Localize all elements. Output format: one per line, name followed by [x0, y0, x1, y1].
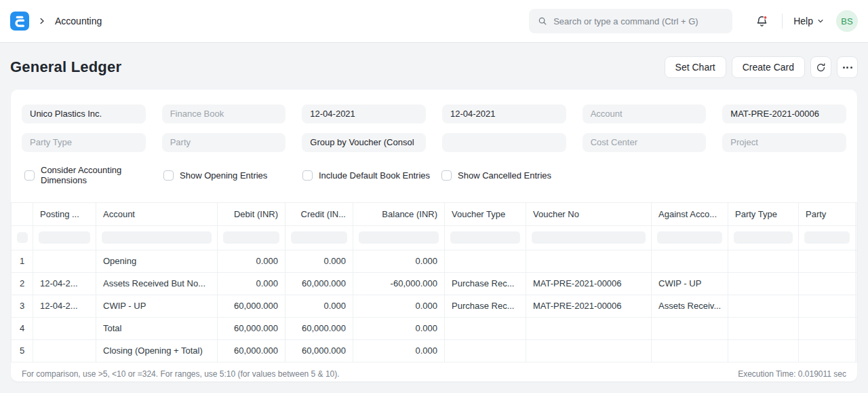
column-header-debit[interactable]: Debit (INR) — [218, 202, 285, 225]
column-filter-cell-voucher_type — [445, 225, 526, 250]
checkbox-show-opening-entries[interactable]: Show Opening Entries — [161, 165, 300, 186]
cell-idx[interactable]: 1 — [12, 250, 33, 272]
column-filter-input-voucher_type[interactable] — [450, 231, 520, 244]
cell-account: Opening — [96, 250, 218, 272]
filter-finance-book[interactable]: Finance Book — [162, 105, 286, 124]
column-filter-cell-voucher_no — [526, 225, 652, 250]
checkbox-include-default-book-entries[interactable]: Include Default Book Entries — [300, 165, 439, 186]
help-label: Help — [793, 16, 813, 26]
checkbox-label: Show Cancelled Entries — [458, 170, 551, 181]
column-header-against_account[interactable]: Against Acco... — [652, 202, 728, 225]
filter-to-date[interactable]: 12-04-2021 — [442, 105, 566, 124]
cell-party_type — [728, 339, 799, 362]
cell-debit: 60,000.000 — [218, 317, 285, 339]
report-footer: For comparison, use >5, <10 or =324. For… — [11, 362, 857, 381]
checkbox-consider-accounting-dimensions[interactable]: Consider Accounting Dimensions — [22, 165, 161, 186]
notification-dot — [764, 16, 767, 19]
select-all-box[interactable] — [17, 232, 28, 243]
checkbox-box[interactable] — [441, 170, 452, 181]
filter-group-by[interactable]: Group by Voucher (Consol — [302, 133, 426, 152]
cell-voucher_type — [445, 339, 526, 362]
cell-party_type — [728, 250, 799, 272]
column-header-credit[interactable]: Credit (IN... — [285, 202, 353, 225]
column-header-party[interactable]: Party — [799, 202, 856, 225]
cell-idx[interactable]: 2 — [12, 272, 33, 295]
set-chart-button[interactable]: Set Chart — [665, 56, 726, 78]
column-filter-input-account[interactable] — [102, 231, 212, 244]
cell-voucher_no — [526, 317, 652, 339]
table-row: 212-04-2...Assets Received But No...0.00… — [12, 272, 857, 295]
page-title: General Ledger — [10, 58, 121, 76]
column-filter-input-against_account[interactable] — [657, 231, 722, 244]
column-filter-input-party_type[interactable] — [734, 231, 793, 244]
cell-credit: 60,000.000 — [285, 272, 353, 295]
cell-against_account — [652, 250, 728, 272]
cell-party — [799, 317, 856, 339]
cell-idx[interactable]: 3 — [12, 295, 33, 317]
column-header-voucher_no[interactable]: Voucher No — [526, 202, 652, 225]
filter-cost-center[interactable]: Cost Center — [583, 133, 707, 152]
cell-account: Total — [96, 317, 218, 339]
cell-voucher_type: Purchase Rec... — [445, 295, 526, 317]
more-menu-button[interactable] — [837, 56, 858, 78]
cell-against_account — [652, 317, 728, 339]
notifications-button[interactable] — [754, 14, 770, 29]
column-filter-input-voucher_no[interactable] — [532, 231, 646, 244]
column-header-account[interactable]: Account — [96, 202, 218, 225]
column-filter-row — [12, 225, 857, 250]
cell-debit: 0.000 — [218, 272, 285, 295]
execution-time: Execution Time: 0.019011 sec — [738, 369, 846, 379]
cell-debit: 0.000 — [218, 250, 285, 272]
filter-project[interactable]: Project — [722, 133, 846, 152]
column-filter-input-balance[interactable] — [359, 231, 439, 244]
column-filter-cell-party_type — [728, 225, 799, 250]
cell-party — [799, 272, 856, 295]
cell-posting_date: 12-04-2... — [33, 295, 96, 317]
filter-from-date[interactable]: 12-04-2021 — [302, 105, 426, 124]
filter-party[interactable]: Party — [162, 133, 286, 152]
cell-voucher_no: MAT-PRE-2021-00006 — [526, 272, 652, 295]
cell-idx[interactable]: 5 — [12, 339, 33, 362]
checkbox-label: Show Opening Entries — [180, 170, 267, 181]
filter-company[interactable]: Unico Plastics Inc. — [22, 105, 146, 124]
column-header-party_type[interactable]: Party Type — [728, 202, 799, 225]
column-filter-input-posting_date[interactable] — [39, 231, 90, 244]
column-filter-cell-party — [799, 225, 856, 250]
column-filter-input-party[interactable] — [804, 231, 850, 244]
breadcrumb[interactable]: Accounting — [55, 16, 102, 26]
cell-voucher_type — [445, 250, 526, 272]
report-card: Unico Plastics Inc.Finance Book12-04-202… — [11, 90, 857, 381]
column-header-balance[interactable]: Balance (INR) — [353, 202, 445, 225]
column-header-idx[interactable] — [12, 202, 33, 225]
search-input[interactable]: Search or type a command (Ctrl + G) — [529, 9, 732, 33]
checkbox-box[interactable] — [302, 170, 313, 181]
filter-party-type[interactable]: Party Type — [22, 133, 146, 152]
filter-empty-field[interactable] — [442, 133, 566, 152]
column-filter-input-credit[interactable] — [291, 231, 347, 244]
column-filter-cell-debit — [218, 225, 285, 250]
cell-party — [799, 339, 856, 362]
checkbox-show-cancelled-entries[interactable]: Show Cancelled Entries — [439, 165, 551, 186]
cell-against_account: Assets Receiv... — [652, 295, 728, 317]
filter-account[interactable]: Account — [583, 105, 707, 124]
avatar[interactable]: BS — [836, 10, 858, 32]
cell-balance: 0.000 — [353, 250, 445, 272]
column-filter-input-debit[interactable] — [223, 231, 279, 244]
cell-balance: 0.000 — [353, 295, 445, 317]
refresh-button[interactable] — [810, 56, 831, 78]
cell-_stub — [856, 295, 857, 317]
cell-idx[interactable]: 4 — [12, 317, 33, 339]
cell-credit: 0.000 — [285, 250, 353, 272]
header-row: Posting ...AccountDebit (INR)Credit (IN.… — [12, 202, 857, 225]
column-header-voucher_type[interactable]: Voucher Type — [445, 202, 526, 225]
help-menu[interactable]: Help — [793, 16, 824, 26]
checkbox-box[interactable] — [24, 170, 35, 181]
create-card-button[interactable]: Create Card — [732, 56, 805, 78]
filter-voucher-no[interactable]: MAT-PRE-2021-00006 — [722, 105, 846, 124]
cell-against_account: CWIP - UP — [652, 272, 728, 295]
checkbox-box[interactable] — [163, 170, 174, 181]
cell-voucher_no — [526, 250, 652, 272]
app-logo[interactable] — [10, 12, 29, 31]
column-header-posting_date[interactable]: Posting ... — [33, 202, 96, 225]
cell-party_type — [728, 295, 799, 317]
